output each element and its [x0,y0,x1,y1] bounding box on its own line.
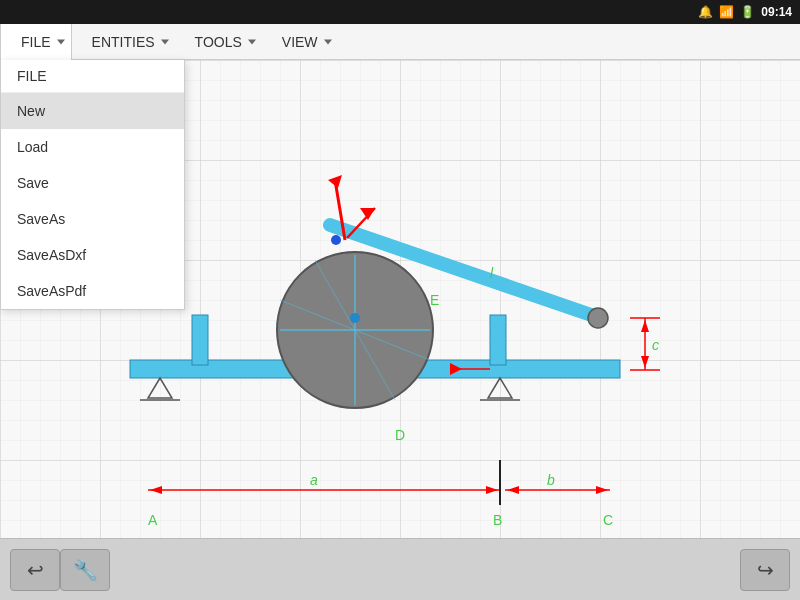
svg-point-44 [331,235,341,245]
dropdown-item-saveas[interactable]: SaveAs [1,201,184,237]
undo-icon: ↩ [27,558,44,582]
svg-text:E: E [430,292,439,308]
menu-file[interactable]: FILE [0,24,72,60]
menu-tools[interactable]: TOOLS [175,24,262,60]
status-time: 09:14 [761,5,792,19]
svg-text:A: A [148,512,158,528]
wrench-button[interactable]: 🔧 [60,549,110,591]
dropdown-item-saveaspdf[interactable]: SaveAsPdf [1,273,184,309]
svg-text:D: D [395,427,405,443]
dropdown-item-save[interactable]: Save [1,165,184,201]
svg-text:B: B [493,512,502,528]
dropdown-item-new[interactable]: New [1,93,184,129]
dropdown-item-load[interactable]: Load [1,129,184,165]
svg-rect-4 [490,315,506,365]
svg-text:b: b [547,472,555,488]
wifi-icon: 📶 [719,5,734,19]
svg-point-12 [588,308,608,328]
wrench-icon: 🔧 [73,558,98,582]
battery-icon: 🔋 [740,5,755,19]
dropdown-menu: FILE New Load Save SaveAs SaveAsDxf Save… [0,60,185,310]
redo-button[interactable]: ↪ [740,549,790,591]
svg-rect-3 [192,315,208,365]
svg-text:C: C [603,512,613,528]
dropdown-item-saveasdxf[interactable]: SaveAsDxf [1,237,184,273]
svg-text:c: c [652,337,659,353]
bottom-toolbar: ↩ 🔧 ↪ [0,538,800,600]
svg-point-11 [350,313,360,323]
redo-icon: ↪ [757,558,774,582]
menu-view[interactable]: VIEW [262,24,338,60]
volume-icon: 🔔 [698,5,713,19]
undo-button[interactable]: ↩ [10,549,60,591]
status-bar: 🔔 📶 🔋 09:14 [0,0,800,24]
dropdown-header: FILE [1,60,184,93]
menu-bar: FILE ENTITIES TOOLS VIEW [0,24,800,60]
menu-entities[interactable]: ENTITIES [72,24,175,60]
svg-text:a: a [310,472,318,488]
